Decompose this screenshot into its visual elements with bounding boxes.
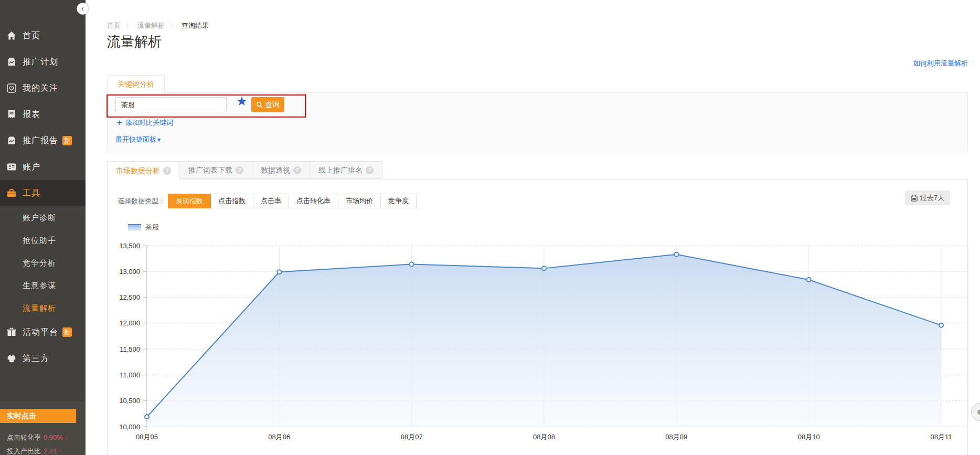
svg-text:13,000: 13,000 <box>119 268 140 276</box>
legend-swatch <box>128 224 141 231</box>
breadcrumb-separator: 〉 <box>126 22 132 29</box>
heart-icon <box>6 83 17 93</box>
help-question-icon[interactable]: ? <box>163 167 171 175</box>
tab-3[interactable]: 线上推广排名? <box>310 161 382 179</box>
tab-2[interactable]: 数据透视? <box>252 161 310 179</box>
sidebar-item-label: 首页 <box>23 30 40 41</box>
thirdparty-icon <box>6 353 17 364</box>
sidebar-item-5[interactable]: 账户 <box>0 154 86 180</box>
sidebar-item-label: 活动平台 <box>23 327 58 338</box>
datatype-option-4[interactable]: 市场均价 <box>338 194 381 208</box>
sidebar-subitem-6-4[interactable]: 流量解析 <box>0 297 86 319</box>
up-arrow-icon: ↑ <box>58 447 62 455</box>
sidebar: ‹ 首页 推广计划 我的关注 报表 推广报告新 账户 工具账户诊断抢位助手竞争分… <box>0 0 86 455</box>
market-data-panel: 选择数据类型： 展现指数点击指数点击率点击转化率市场均价竞争度 过去7天 茶服 … <box>107 179 968 455</box>
chart-legend[interactable]: 茶服 <box>128 223 159 232</box>
realtime-header: 实时点击 <box>0 409 76 423</box>
keyword-input[interactable] <box>115 97 227 112</box>
report-icon <box>6 109 17 120</box>
metric-value: 2.21 <box>44 447 57 455</box>
sidebar-item-label: 推广计划 <box>23 57 58 68</box>
page-title: 流量解析 <box>107 33 162 51</box>
sidebar-item-3[interactable]: 报表 <box>0 101 86 128</box>
svg-text:12,500: 12,500 <box>119 293 140 301</box>
account-icon <box>6 162 17 172</box>
sidebar-item-label: 第三方 <box>23 353 49 364</box>
expand-quick-panel-link[interactable]: 展开快捷面板▼ <box>115 135 162 144</box>
person-icon: ☻ <box>976 407 980 416</box>
query-button[interactable]: 查询 <box>251 97 284 112</box>
main-content: 首页〉流量解析〉查询结果 流量解析 如何利用流量解析 关键词分析 ★ 查询 ＋添… <box>86 0 980 455</box>
sidebar-item-7[interactable]: 活动平台新 <box>0 319 86 345</box>
tab-keyword-analysis[interactable]: 关键词分析 <box>107 75 165 93</box>
data-point-2[interactable] <box>410 262 414 266</box>
datatype-option-3[interactable]: 点击转化率 <box>289 194 338 208</box>
sidebar-subitem-6-0[interactable]: 账户诊断 <box>0 206 86 229</box>
sidebar-item-label: 报表 <box>23 109 40 120</box>
data-point-4[interactable] <box>674 252 678 257</box>
new-badge: 新 <box>62 136 72 145</box>
date-range-button[interactable]: 过去7天 <box>905 191 950 205</box>
sidebar-item-label: 我的关注 <box>23 83 58 94</box>
x-axis-label-4: 08月09 <box>665 433 687 441</box>
breadcrumb-item-1[interactable]: 流量解析 <box>137 22 165 29</box>
breadcrumb: 首页〉流量解析〉查询结果 <box>107 21 214 30</box>
tab-1[interactable]: 推广词表下载? <box>180 161 252 179</box>
sidebar-subitem-6-1[interactable]: 抢位助手 <box>0 229 86 251</box>
help-link[interactable]: 如何利用流量解析 <box>913 59 968 68</box>
sidebar-item-0[interactable]: 首页 <box>0 23 86 49</box>
sidebar-item-2[interactable]: 我的关注 <box>0 75 86 101</box>
sidebar-item-label: 推广报告 <box>23 135 58 146</box>
sidebar-item-6[interactable]: 工具 <box>0 180 86 206</box>
x-axis-label-0: 08月05 <box>136 433 158 441</box>
help-question-icon[interactable]: ? <box>366 166 374 174</box>
datatype-option-5[interactable]: 竞争度 <box>380 194 417 208</box>
line-chart: 10,00010,50011,00011,50012,00012,50013,0… <box>108 234 968 455</box>
metric-label: 投入产出比 <box>7 447 41 455</box>
search-icon <box>256 101 263 108</box>
x-axis-label-2: 08月07 <box>401 433 423 441</box>
svg-text:10,500: 10,500 <box>119 397 140 405</box>
sidebar-item-1[interactable]: 推广计划 <box>0 49 86 75</box>
datatype-option-2[interactable]: 点击率 <box>253 194 289 208</box>
realtime-row-1: 投入产出比2.21↑ <box>7 447 62 455</box>
metric-value: 0.90% <box>44 433 63 441</box>
x-axis-label-6: 08月11 <box>930 433 952 441</box>
data-point-1[interactable] <box>277 270 281 274</box>
datatype-buttons: 展现指数点击指数点击率点击转化率市场均价竞争度 <box>168 194 417 208</box>
datatype-option-0[interactable]: 展现指数 <box>168 194 211 208</box>
data-point-3[interactable] <box>542 266 546 270</box>
up-arrow-icon: ↑ <box>65 433 68 441</box>
datatype-row: 选择数据类型： 展现指数点击指数点击率点击转化率市场均价竞争度 <box>118 194 417 208</box>
toolbox-icon <box>6 188 17 198</box>
breadcrumb-item-0[interactable]: 首页 <box>107 22 121 29</box>
new-badge: 新 <box>62 327 72 337</box>
sidebar-item-label: 账户 <box>23 162 40 173</box>
sidebar-collapse-button[interactable]: ‹ <box>77 3 89 15</box>
svg-text:11,000: 11,000 <box>120 371 140 379</box>
campaign-icon <box>6 57 17 67</box>
data-point-5[interactable] <box>807 278 811 282</box>
help-question-icon[interactable]: ? <box>293 166 301 174</box>
data-tabs: 市场数据分析?推广词表下载?数据透视?线上推广排名? <box>107 161 382 179</box>
sidebar-item-4[interactable]: 推广报告新 <box>0 128 86 154</box>
help-question-icon[interactable]: ? <box>236 166 243 174</box>
tab-0[interactable]: 市场数据分析? <box>107 161 180 179</box>
sidebar-menu: 首页 推广计划 我的关注 报表 推广报告新 账户 工具账户诊断抢位助手竞争分析生… <box>0 0 86 372</box>
sidebar-subitem-6-2[interactable]: 竞争分析 <box>0 251 86 274</box>
metric-label: 点击转化率 <box>7 433 41 441</box>
data-point-0[interactable] <box>145 415 149 419</box>
x-axis-label-5: 08月10 <box>798 433 820 441</box>
add-compare-keyword-link[interactable]: ＋添加对比关键词 <box>115 118 173 128</box>
datatype-label: 选择数据类型： <box>118 196 165 206</box>
breadcrumb-item-2: 查询结果 <box>182 22 209 29</box>
sidebar-item-8[interactable]: 第三方 <box>0 345 86 372</box>
svg-text:11,500: 11,500 <box>120 345 140 353</box>
legend-series-label: 茶服 <box>145 223 159 232</box>
favorite-star-icon[interactable]: ★ <box>236 94 248 109</box>
campaign-report-icon <box>6 135 17 146</box>
sidebar-subitem-6-3[interactable]: 生意参谋 <box>0 274 86 297</box>
data-point-6[interactable] <box>939 323 943 327</box>
datatype-option-1[interactable]: 点击指数 <box>210 194 253 208</box>
x-axis-label-1: 08月06 <box>268 433 290 441</box>
